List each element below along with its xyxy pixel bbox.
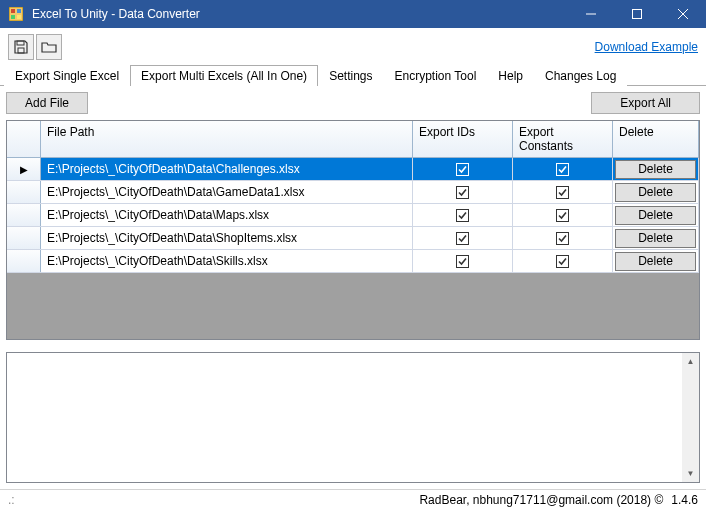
svg-rect-2 [17,9,21,13]
tab-encryption-tool[interactable]: Encryption Tool [383,65,487,86]
cell-export-constants[interactable] [513,181,613,203]
col-header-ids[interactable]: Export IDs [413,121,513,157]
checkbox[interactable] [456,255,469,268]
delete-button[interactable]: Delete [615,206,696,225]
tab-help[interactable]: Help [487,65,534,86]
export-all-button[interactable]: Export All [591,92,700,114]
table-row[interactable]: E:\Projects\_\CityOfDeath\Data\Skills.xl… [7,250,699,273]
delete-button[interactable]: Delete [615,183,696,202]
cell-delete: Delete [613,204,699,226]
col-header-path[interactable]: File Path [41,121,413,157]
col-header-delete[interactable]: Delete [613,121,699,157]
row-indicator[interactable] [7,181,41,203]
tab-panel: Add File Export All File Path Export IDs… [0,85,706,346]
checkbox[interactable] [556,163,569,176]
statusbar: .: RadBear, nbhung71711@gmail.com (2018)… [0,489,706,510]
toolbar: Download Example [0,28,706,62]
download-example-link[interactable]: Download Example [595,40,698,54]
log-textbox[interactable]: ▲ ▼ [6,352,700,483]
cell-export-constants[interactable] [513,204,613,226]
scroll-up-icon[interactable]: ▲ [682,353,699,370]
open-folder-icon-button[interactable] [36,34,62,60]
close-button[interactable] [660,0,706,28]
status-version: 1.4.6 [671,493,698,507]
table-row[interactable]: E:\Projects\_\CityOfDeath\Data\ShopItems… [7,227,699,250]
status-credit: RadBear, nbhung71711@gmail.com (2018) © [419,493,663,507]
cell-path[interactable]: E:\Projects\_\CityOfDeath\Data\ShopItems… [41,227,413,249]
table-row[interactable]: ▶E:\Projects\_\CityOfDeath\Data\Challeng… [7,158,699,181]
cell-export-constants[interactable] [513,250,613,272]
resize-grip-icon: .: [8,493,20,507]
svg-rect-3 [11,15,15,19]
cell-export-ids[interactable] [413,227,513,249]
app-icon [8,6,24,22]
grid-header: File Path Export IDs Export Constants De… [7,121,699,158]
cell-export-ids[interactable] [413,250,513,272]
delete-button[interactable]: Delete [615,252,696,271]
titlebar: Excel To Unity - Data Converter [0,0,706,28]
delete-button[interactable]: Delete [615,229,696,248]
cell-delete: Delete [613,227,699,249]
cell-delete: Delete [613,158,699,180]
tab-settings[interactable]: Settings [318,65,383,86]
add-file-button[interactable]: Add File [6,92,88,114]
checkbox[interactable] [456,186,469,199]
cell-export-ids[interactable] [413,181,513,203]
tab-changes-log[interactable]: Changes Log [534,65,627,86]
svg-rect-10 [18,48,24,53]
svg-rect-4 [17,15,21,19]
row-indicator[interactable]: ▶ [7,158,41,180]
window-title: Excel To Unity - Data Converter [32,7,568,21]
cell-export-ids[interactable] [413,158,513,180]
checkbox[interactable] [456,209,469,222]
cell-path[interactable]: E:\Projects\_\CityOfDeath\Data\Maps.xlsx [41,204,413,226]
save-icon-button[interactable] [8,34,34,60]
row-indicator[interactable] [7,227,41,249]
cell-path[interactable]: E:\Projects\_\CityOfDeath\Data\Skills.xl… [41,250,413,272]
maximize-button[interactable] [614,0,660,28]
delete-button[interactable]: Delete [615,160,696,179]
col-header-constants[interactable]: Export Constants [513,121,613,157]
checkbox[interactable] [556,255,569,268]
row-indicator[interactable] [7,204,41,226]
tab-export-single-excel[interactable]: Export Single Excel [4,65,130,86]
checkbox[interactable] [556,186,569,199]
cell-delete: Delete [613,181,699,203]
row-header-corner [7,121,41,157]
cell-delete: Delete [613,250,699,272]
svg-rect-1 [11,9,15,13]
svg-rect-6 [633,10,642,19]
cell-path[interactable]: E:\Projects\_\CityOfDeath\Data\Challenge… [41,158,413,180]
table-row[interactable]: E:\Projects\_\CityOfDeath\Data\GameData1… [7,181,699,204]
tab-export-multi-excels-all-in-one-[interactable]: Export Multi Excels (All In One) [130,65,318,86]
checkbox[interactable] [456,232,469,245]
minimize-button[interactable] [568,0,614,28]
scrollbar[interactable]: ▲ ▼ [682,353,699,482]
cell-export-constants[interactable] [513,227,613,249]
file-grid[interactable]: File Path Export IDs Export Constants De… [6,120,700,340]
checkbox[interactable] [556,232,569,245]
cell-path[interactable]: E:\Projects\_\CityOfDeath\Data\GameData1… [41,181,413,203]
cell-export-constants[interactable] [513,158,613,180]
row-indicator[interactable] [7,250,41,272]
checkbox[interactable] [556,209,569,222]
table-row[interactable]: E:\Projects\_\CityOfDeath\Data\Maps.xlsx… [7,204,699,227]
cell-export-ids[interactable] [413,204,513,226]
tabstrip: Export Single ExcelExport Multi Excels (… [0,64,706,85]
checkbox[interactable] [456,163,469,176]
scroll-down-icon[interactable]: ▼ [682,465,699,482]
